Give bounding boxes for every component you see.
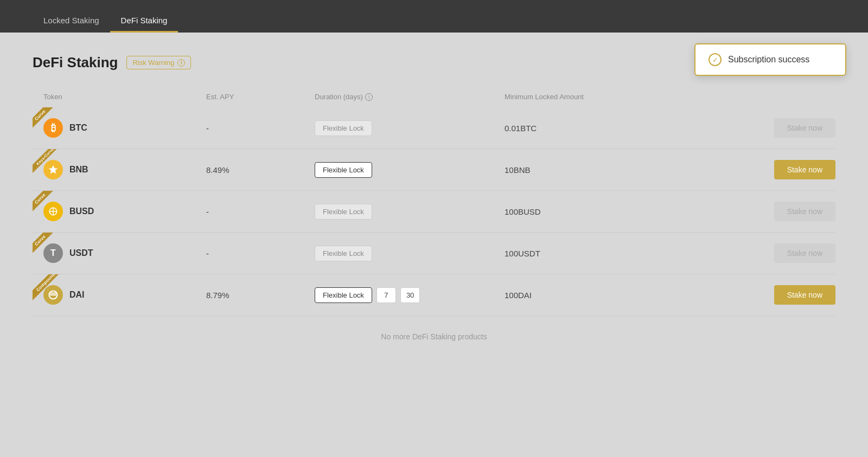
flexible-lock-btn-btc[interactable]: Flexible Lock [315, 120, 372, 136]
table-header: Token Est. APY Duration (days) i Minimum… [33, 88, 835, 107]
stake-now-button-busd[interactable]: Stake now [774, 202, 835, 221]
duration-cell-dai: Flexible Lock 7 30 [315, 287, 505, 303]
stake-btn-cell-usdt: Stake now [727, 243, 835, 263]
min-amount-dai: 100DAI [505, 291, 727, 300]
duration-cell-busd: Flexible Lock [315, 204, 505, 220]
min-amount-bnb: 10BNB [505, 165, 727, 175]
flexible-lock-btn-usdt[interactable]: Flexible Lock [315, 246, 372, 261]
token-cell-bnb: BNB [33, 160, 206, 179]
token-icon-btc: ₿ [43, 118, 63, 138]
staking-table: Token Est. APY Duration (days) i Minimum… [33, 88, 835, 316]
subscription-success-notification: ✓ Subscription success [694, 43, 846, 76]
min-amount-btc: 0.01BTC [505, 124, 727, 133]
stake-now-button-usdt[interactable]: Stake now [774, 243, 835, 263]
min-amount-busd: 100BUSD [505, 207, 727, 216]
risk-warning-button[interactable]: Token Risk Warning i [126, 56, 191, 69]
token-name-btc: BTC [69, 123, 87, 133]
token-cell-btc: ₿ BTC [33, 118, 206, 138]
token-cell-usdt: T USDT [33, 243, 206, 263]
col-header-duration: Duration (days) i [315, 93, 505, 101]
token-name-busd: BUSD [69, 207, 94, 216]
table-row: Curve ₿ BTC - Flexible Lock 0.01BTC Stak… [33, 107, 835, 149]
duration-cell-bnb: Flexible Lock [315, 162, 505, 178]
stake-now-button-dai[interactable]: Stake now [774, 285, 835, 305]
no-more-products-text: No more DeFi Staking products [33, 316, 835, 346]
apy-btc: - [206, 124, 315, 133]
apy-busd: - [206, 207, 315, 216]
risk-warning-info-icon: i [177, 59, 185, 67]
apy-dai: 8.79% [206, 291, 315, 300]
col-header-apy: Est. APY [206, 93, 315, 101]
token-name-dai: DAI [69, 290, 85, 300]
duration-30-btn-dai[interactable]: 30 [400, 287, 420, 303]
page-title: DeFi Staking [33, 54, 118, 71]
svg-marker-0 [49, 165, 58, 174]
duration-7-btn-dai[interactable]: 7 [376, 287, 396, 303]
stake-btn-cell-busd: Stake now [727, 202, 835, 221]
tab-locked-staking[interactable]: Locked Staking [33, 8, 110, 33]
token-icon-bnb [43, 160, 63, 179]
token-icon-dai [43, 285, 63, 305]
apy-bnb: 8.49% [206, 165, 315, 175]
tab-defi-staking[interactable]: DeFi Staking [110, 8, 178, 33]
success-check-icon: ✓ [709, 53, 722, 66]
duration-cell-usdt: Flexible Lock [315, 246, 505, 261]
flexible-lock-btn-dai[interactable]: Flexible Lock [315, 287, 372, 303]
min-amount-usdt: 100USDT [505, 249, 727, 258]
table-row: Compound DAI 8.79% Flexible Lock 7 30 10… [33, 274, 835, 316]
table-row: Curve T USDT - Flexible Lock 100USDT Sta… [33, 233, 835, 274]
col-header-action [727, 93, 835, 101]
table-row: Curve BUSD - Flexible Lock 100BUSD Stake… [33, 191, 835, 233]
col-header-min-locked: Minimum Locked Amount [505, 93, 727, 101]
stake-btn-cell-dai: Stake now [727, 285, 835, 305]
subscription-success-text: Subscription success [728, 55, 809, 65]
duration-cell-btc: Flexible Lock [315, 120, 505, 136]
top-navigation: Locked Staking DeFi Staking [0, 0, 868, 33]
token-name-usdt: USDT [69, 248, 93, 258]
stake-btn-cell-btc: Stake now [727, 118, 835, 138]
risk-warning-text: Risk Warning [132, 59, 174, 67]
token-cell-busd: BUSD [33, 202, 206, 221]
token-name-bnb: BNB [69, 165, 88, 175]
flexible-lock-btn-bnb[interactable]: Flexible Lock [315, 162, 372, 178]
duration-info-icon: i [365, 93, 373, 101]
table-row: Keys•Curve BNB 8.49% Flexible Lock 10BNB… [33, 149, 835, 191]
col-header-token: Token [33, 93, 206, 101]
token-cell-dai: DAI [33, 285, 206, 305]
main-content: ✓ Subscription success DeFi Staking Toke… [0, 33, 868, 368]
stake-now-button-btc[interactable]: Stake now [774, 118, 835, 138]
stake-now-button-bnb[interactable]: Stake now [774, 160, 835, 179]
stake-btn-cell-bnb: Stake now [727, 160, 835, 179]
token-icon-busd [43, 202, 63, 221]
token-icon-usdt: T [43, 243, 63, 263]
apy-usdt: - [206, 249, 315, 258]
flexible-lock-btn-busd[interactable]: Flexible Lock [315, 204, 372, 220]
